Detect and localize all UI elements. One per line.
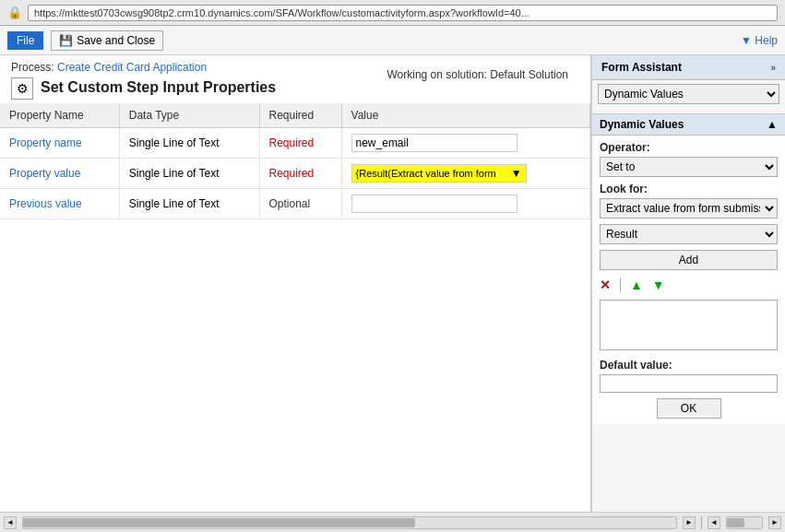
- required-1: Required: [259, 159, 341, 189]
- ok-button[interactable]: OK: [657, 398, 721, 419]
- scroll-right-button[interactable]: ►: [683, 516, 696, 529]
- dynamic-values-body: Operator: Set to Look for: Extract value…: [592, 136, 785, 424]
- save-close-label: Save and Close: [77, 34, 155, 47]
- process-label: Process: Create Credit Card Application: [11, 61, 375, 74]
- operator-select[interactable]: Set to: [600, 157, 778, 177]
- lock-icon: 🔒: [7, 6, 22, 19]
- status-bar: ◄ ► ◄ ►: [0, 512, 785, 532]
- collapse-icon: ▲: [767, 118, 778, 131]
- table-row: Previous value Single Line of Text Optio…: [0, 189, 590, 219]
- action-icons: ✕ ▲ ▼: [600, 276, 778, 294]
- process-prefix: Process:: [11, 61, 54, 74]
- look-for-label: Look for:: [600, 183, 778, 195]
- prop-name-link-1[interactable]: Property value: [9, 167, 80, 180]
- scroll-left-button[interactable]: ◄: [4, 516, 17, 529]
- value-cell-0: [341, 128, 589, 159]
- form-assistant-header: Form Assistant »: [592, 55, 785, 80]
- col-header-type: Data Type: [119, 103, 259, 128]
- properties-table: Property Name Data Type Required Value P…: [0, 103, 590, 219]
- separator: [620, 278, 621, 292]
- value-input-0[interactable]: [351, 134, 517, 152]
- required-0: Required: [259, 128, 341, 159]
- solution-text: Working on solution: Default Solution: [375, 61, 579, 89]
- table-row: Property name Single Line of Text Requir…: [0, 128, 590, 159]
- scrollbar-thumb: [23, 518, 415, 527]
- value-cell-1: {Result(Extract value from form ▼: [341, 159, 589, 189]
- value-cell-2: [341, 189, 589, 219]
- dynamic-value-field[interactable]: {Result(Extract value from form ▼: [351, 164, 527, 183]
- save-close-button[interactable]: 💾 Save and Close: [51, 30, 163, 51]
- assistant-type-select[interactable]: Dynamic Values Static Values: [598, 84, 779, 104]
- operator-label: Operator:: [600, 141, 778, 154]
- horizontal-scrollbar[interactable]: [22, 516, 677, 529]
- col-header-required: Required: [259, 103, 341, 128]
- process-info: Process: Create Credit Card Application …: [11, 61, 375, 100]
- dynamic-values-header[interactable]: Dynamic Values ▲: [592, 114, 785, 135]
- move-down-icon[interactable]: ▼: [652, 278, 665, 292]
- value-input-2[interactable]: [351, 195, 517, 213]
- expand-icon[interactable]: »: [770, 63, 776, 73]
- prop-name-link-2[interactable]: Previous value: [9, 197, 82, 210]
- assistant-dropdown-row: Dynamic Values Static Values: [592, 80, 785, 114]
- add-button[interactable]: Add: [600, 250, 778, 270]
- left-panel: Process: Create Credit Card Application …: [0, 55, 591, 512]
- dropdown-arrow-icon[interactable]: ▼: [511, 167, 522, 180]
- data-type-1: Single Line of Text: [119, 159, 259, 189]
- dynamic-values-title: Dynamic Values: [600, 118, 684, 131]
- url-bar[interactable]: https://mkttest0703cwsg908tp2.crm10.dyna…: [28, 5, 778, 21]
- settings-icon: ⚙: [11, 77, 33, 100]
- dynamic-value-text: {Result(Extract value from form: [356, 168, 509, 179]
- scroll-left2-button[interactable]: ◄: [708, 516, 720, 529]
- horizontal-scrollbar2[interactable]: [726, 516, 763, 529]
- save-icon: 💾: [59, 34, 73, 47]
- col-header-name: Property Name: [0, 103, 119, 128]
- delete-icon[interactable]: ✕: [600, 278, 611, 292]
- data-type-0: Single Line of Text: [119, 128, 259, 159]
- scrollbar-thumb2: [727, 518, 744, 527]
- required-2: Optional: [259, 189, 341, 219]
- browser-bar: 🔒 https://mkttest0703cwsg908tp2.crm10.dy…: [0, 0, 785, 26]
- page-header: Process: Create Credit Card Application …: [0, 55, 590, 103]
- form-assistant-panel: Form Assistant » Dynamic Values Static V…: [591, 55, 785, 512]
- toolbar: File 💾 Save and Close ▼ Help: [0, 26, 785, 55]
- default-value-input[interactable]: [600, 374, 778, 393]
- default-value-label: Default value:: [600, 359, 778, 372]
- help-button[interactable]: ▼ Help: [741, 34, 778, 47]
- dynamic-values-section: Dynamic Values ▲: [592, 114, 785, 136]
- values-textarea[interactable]: [600, 300, 778, 350]
- move-up-icon[interactable]: ▲: [630, 278, 643, 292]
- main-content: Process: Create Credit Card Application …: [0, 55, 785, 512]
- process-link[interactable]: Create Credit Card Application: [57, 61, 207, 74]
- file-button[interactable]: File: [7, 31, 43, 50]
- look-for-select[interactable]: Extract value from form submission: [600, 198, 778, 219]
- table-row: Property value Single Line of Text Requi…: [0, 159, 590, 189]
- scroll-right2-button[interactable]: ►: [768, 516, 781, 529]
- result-select[interactable]: Result: [600, 224, 778, 244]
- prop-name-link-0[interactable]: Property name: [9, 136, 82, 149]
- data-type-2: Single Line of Text: [119, 189, 259, 219]
- page-title: Set Custom Step Input Properties: [41, 79, 276, 96]
- form-assistant-title: Form Assistant: [601, 61, 682, 74]
- col-header-value: Value: [341, 103, 589, 128]
